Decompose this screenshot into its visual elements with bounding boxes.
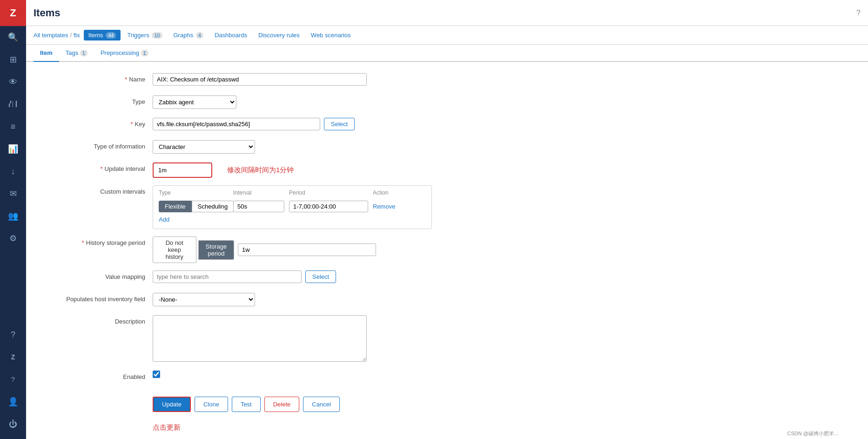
ci-remove-btn[interactable]: Remove xyxy=(373,203,395,210)
value-mapping-control: Select xyxy=(153,270,376,283)
populates-select[interactable]: -None- xyxy=(153,293,255,306)
key-label: *Key xyxy=(41,118,153,128)
name-row: *Name xyxy=(41,73,853,88)
nav-tab-graphs[interactable]: Graphs 4 xyxy=(169,30,208,41)
ci-scheduling-btn[interactable]: Scheduling xyxy=(192,201,234,212)
ci-header-type: Type xyxy=(159,189,233,196)
ci-type-buttons: Flexible Scheduling xyxy=(159,201,233,212)
ci-add-btn[interactable]: Add xyxy=(153,214,175,225)
enabled-control xyxy=(153,371,376,378)
update-interval-control: 修改间隔时间为1分钟 xyxy=(153,162,376,178)
value-mapping-label: Value mapping xyxy=(41,270,153,280)
preprocessing-badge: 1 xyxy=(141,50,148,56)
sidebar-bottom: ? Z ? 👤 ⏻ xyxy=(0,324,26,439)
tab-tags[interactable]: Tags 1 xyxy=(59,45,94,62)
description-label: Description xyxy=(41,315,153,325)
charts-icon[interactable]: 📊 xyxy=(0,138,26,160)
help-icon[interactable]: ? xyxy=(0,368,26,391)
ci-period-cell xyxy=(289,201,368,212)
nav-tab-items[interactable]: Items 44 xyxy=(84,30,121,41)
type-of-info-select[interactable]: Numeric (unsigned) Numeric (float) Chara… xyxy=(153,140,255,154)
list-icon[interactable]: ≡ xyxy=(0,115,26,138)
form-area: *Name Type Zabbix agent Zabbix agent (ac… xyxy=(26,62,868,439)
help-icon[interactable]: ? xyxy=(856,9,861,17)
ci-header-period: Period xyxy=(289,189,373,196)
monitoring-icon[interactable]: 👁 xyxy=(0,71,26,93)
history-storage-label: *History storage period xyxy=(41,236,153,246)
nav-tab-triggers[interactable]: Triggers 10 xyxy=(122,30,167,41)
name-control xyxy=(153,73,376,86)
value-mapping-input[interactable] xyxy=(153,270,302,283)
update-interval-input[interactable] xyxy=(155,164,210,176)
history-storage-control: Do not keep history Storage period xyxy=(153,236,376,263)
custom-intervals-row: Custom intervals Type Interval Period Ac… xyxy=(41,185,853,229)
breadcrumb-all-templates[interactable]: All templates xyxy=(34,32,68,39)
nav-tab-dashboards[interactable]: Dashboards xyxy=(210,30,252,41)
breadcrumb-nav: All templates / ftx Items 44 Triggers 10… xyxy=(26,26,868,45)
page-title: Items xyxy=(34,7,60,19)
dashboard-icon[interactable]: ⊞ xyxy=(0,48,26,71)
key-input[interactable] xyxy=(153,118,320,130)
sidebar: Z 🔍 ⊞ 👁 ⛙ ≡ 📊 ↓ ✉ 👥 ⚙ ? Z ? 👤 ⏻ xyxy=(0,0,26,439)
clone-button[interactable]: Clone xyxy=(195,397,228,412)
update-interval-annotation: 修改间隔时间为1分钟 xyxy=(227,166,294,175)
delete-button[interactable]: Delete xyxy=(264,397,300,412)
breadcrumb-ftx[interactable]: ftx xyxy=(74,32,80,39)
key-control: Select xyxy=(153,118,376,130)
key-select-button[interactable]: Select xyxy=(324,118,355,130)
key-input-row: Select xyxy=(153,118,376,130)
ci-interval-input[interactable] xyxy=(233,201,284,212)
ci-header: Type Interval Period Action xyxy=(153,189,431,199)
history-value-input[interactable] xyxy=(238,243,376,256)
update-interval-wrapper xyxy=(153,162,212,178)
type-select[interactable]: Zabbix agent Zabbix agent (active) Simpl… xyxy=(153,95,236,109)
support-icon[interactable]: ? xyxy=(0,324,26,346)
ci-header-action: Action xyxy=(373,189,426,196)
description-textarea[interactable] xyxy=(153,315,367,362)
enabled-row: Enabled xyxy=(41,371,853,385)
history-storage-period-btn[interactable]: Storage period xyxy=(198,240,234,260)
enabled-checkbox[interactable] xyxy=(153,371,160,378)
mail-icon[interactable]: ✉ xyxy=(0,182,26,205)
type-label: Type xyxy=(41,95,153,105)
history-do-not-keep-btn[interactable]: Do not keep history xyxy=(153,236,196,263)
enabled-label: Enabled xyxy=(41,371,153,380)
ci-period-input[interactable] xyxy=(289,201,368,212)
settings-icon[interactable]: ⚙ xyxy=(0,227,26,250)
tab-item[interactable]: Item xyxy=(34,45,59,62)
name-input[interactable] xyxy=(153,73,367,86)
ci-flexible-btn[interactable]: Flexible xyxy=(159,201,192,212)
user-icon[interactable]: 👤 xyxy=(0,391,26,413)
ci-interval-cell xyxy=(233,201,284,212)
value-mapping-inner: Select xyxy=(153,270,376,283)
ci-add-row: Add xyxy=(153,214,431,225)
nav-tab-web-scenarios[interactable]: Web scenarios xyxy=(306,30,356,41)
test-button[interactable]: Test xyxy=(232,397,261,412)
type-of-info-row: Type of information Numeric (unsigned) N… xyxy=(41,140,853,155)
download-icon[interactable]: ↓ xyxy=(0,160,26,182)
tab-preprocessing[interactable]: Preprocessing 1 xyxy=(94,45,155,62)
triggers-badge: 10 xyxy=(152,32,162,39)
custom-intervals-control: Type Interval Period Action Flexible Sch… xyxy=(153,185,432,229)
update-button[interactable]: Update xyxy=(153,397,191,412)
power-icon[interactable]: ⏻ xyxy=(0,413,26,435)
users-icon[interactable]: 👥 xyxy=(0,205,26,227)
zabbix-badge-icon[interactable]: Z xyxy=(0,346,26,368)
buttons-spacer xyxy=(41,393,153,396)
network-icon[interactable]: ⛙ xyxy=(0,93,26,115)
app-logo[interactable]: Z xyxy=(0,0,26,26)
name-label: *Name xyxy=(41,73,153,83)
history-row-inner: Do not keep history Storage period xyxy=(153,236,376,263)
search-icon[interactable]: 🔍 xyxy=(0,26,26,48)
cancel-button[interactable]: Cancel xyxy=(303,397,339,412)
value-mapping-row: Value mapping Select xyxy=(41,270,853,285)
type-control: Zabbix agent Zabbix agent (active) Simpl… xyxy=(153,95,376,109)
populates-label: Populates host inventory field xyxy=(41,293,153,303)
type-of-info-label: Type of information xyxy=(41,140,153,150)
items-badge: 44 xyxy=(106,32,116,39)
update-interval-label: *Update interval xyxy=(41,162,153,172)
graphs-badge: 4 xyxy=(196,32,203,39)
nav-tab-discovery-rules[interactable]: Discovery rules xyxy=(254,30,304,41)
buttons-control: Update Clone Test Delete Cancel xyxy=(153,393,376,412)
value-mapping-select-btn[interactable]: Select xyxy=(305,270,336,283)
